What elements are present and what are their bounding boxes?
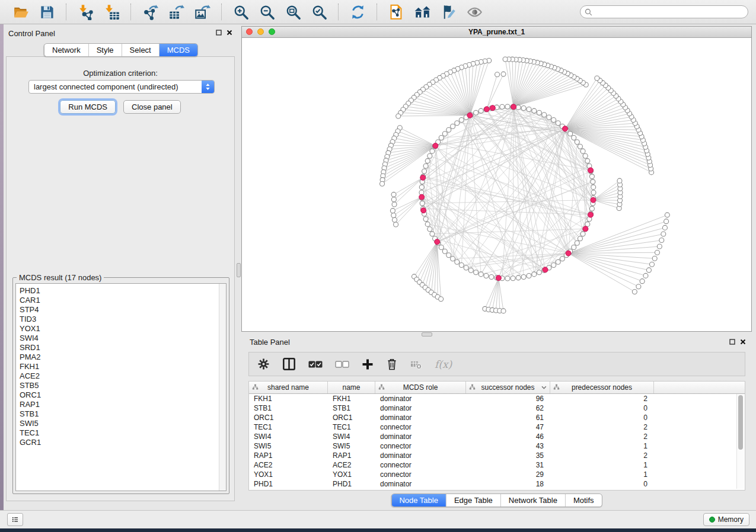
table-row[interactable]: SWI4SWI4dominator462 bbox=[249, 432, 745, 441]
ring-node[interactable] bbox=[428, 227, 432, 232]
leaf-node[interactable] bbox=[646, 268, 651, 273]
leaf-node[interactable] bbox=[391, 197, 396, 202]
result-node-item[interactable]: PMA2 bbox=[20, 352, 226, 362]
ring-node[interactable] bbox=[583, 153, 588, 158]
network-graph[interactable] bbox=[242, 37, 751, 331]
result-node-item[interactable]: TID3 bbox=[20, 315, 226, 324]
hub-node[interactable] bbox=[591, 197, 596, 203]
result-node-item[interactable]: CAR1 bbox=[20, 296, 226, 305]
result-node-item[interactable]: TEC1 bbox=[20, 428, 226, 438]
hub-node[interactable] bbox=[490, 105, 495, 111]
ring-node[interactable] bbox=[451, 124, 455, 129]
result-node-item[interactable]: SWI4 bbox=[20, 334, 226, 343]
ring-node[interactable] bbox=[479, 108, 483, 113]
result-node-item[interactable]: SWI5 bbox=[20, 419, 226, 428]
show-columns-button[interactable] bbox=[282, 357, 296, 371]
ring-node[interactable] bbox=[560, 257, 564, 261]
zoom-fit-button[interactable] bbox=[283, 2, 302, 21]
table-row[interactable]: YOX1YOX1connector291 bbox=[249, 470, 745, 479]
vertical-splitter-handle[interactable] bbox=[237, 263, 241, 277]
leaf-node[interactable] bbox=[495, 72, 500, 77]
ring-node[interactable] bbox=[575, 140, 579, 145]
tab-style[interactable]: Style bbox=[88, 44, 122, 56]
ring-node[interactable] bbox=[532, 108, 537, 113]
ring-node[interactable] bbox=[474, 270, 479, 275]
table-row[interactable]: PHD1PHD1dominator180 bbox=[249, 479, 745, 489]
ring-node[interactable] bbox=[516, 275, 521, 280]
ring-node[interactable] bbox=[547, 115, 551, 120]
annotations-button[interactable] bbox=[439, 2, 458, 21]
zoom-out-button[interactable] bbox=[257, 2, 276, 21]
leaf-node[interactable] bbox=[661, 232, 666, 236]
refresh-button[interactable] bbox=[348, 2, 367, 21]
result-node-item[interactable]: STB5 bbox=[20, 381, 226, 390]
ring-node[interactable] bbox=[422, 169, 427, 174]
column-header-shared-name[interactable]: shared name bbox=[249, 382, 328, 393]
hub-node[interactable] bbox=[588, 212, 594, 217]
leaf-node[interactable] bbox=[393, 217, 397, 222]
ring-node[interactable] bbox=[430, 149, 435, 153]
ring-node[interactable] bbox=[505, 276, 510, 281]
result-node-item[interactable]: SRD1 bbox=[20, 343, 226, 352]
hub-node[interactable] bbox=[433, 143, 438, 149]
table-row[interactable]: STB1STB1dominator620 bbox=[249, 403, 745, 413]
leaf-node[interactable] bbox=[392, 202, 397, 207]
memory-button[interactable]: Memory bbox=[703, 513, 749, 526]
tab-network[interactable]: Network bbox=[44, 44, 88, 56]
deselect-all-button[interactable] bbox=[335, 361, 349, 368]
ring-node[interactable] bbox=[527, 273, 531, 278]
ring-node[interactable] bbox=[484, 273, 489, 278]
ring-node[interactable] bbox=[516, 105, 521, 110]
ring-node[interactable] bbox=[455, 121, 460, 126]
add-column-button[interactable] bbox=[362, 358, 374, 370]
run-mcds-button[interactable]: Run MCDS bbox=[60, 100, 116, 114]
leaf-node[interactable] bbox=[501, 72, 506, 76]
ring-node[interactable] bbox=[430, 232, 435, 236]
leaf-node[interactable] bbox=[439, 297, 444, 302]
column-header-predecessor-nodes[interactable]: predecessor nodes bbox=[550, 382, 654, 393]
ring-node[interactable] bbox=[439, 245, 444, 249]
ring-node[interactable] bbox=[446, 253, 451, 258]
tab-network-table[interactable]: Network Table bbox=[500, 494, 565, 507]
result-node-item[interactable]: FKH1 bbox=[20, 362, 226, 371]
ring-node[interactable] bbox=[521, 106, 526, 111]
ring-node[interactable] bbox=[446, 127, 451, 132]
ring-node[interactable] bbox=[489, 274, 494, 279]
export-image-button[interactable] bbox=[193, 2, 212, 21]
leaf-node[interactable] bbox=[503, 57, 508, 62]
ring-node[interactable] bbox=[537, 270, 541, 275]
leaf-node[interactable] bbox=[636, 284, 641, 289]
hub-node[interactable] bbox=[563, 126, 568, 132]
ring-node[interactable] bbox=[455, 259, 460, 264]
leaf-node[interactable] bbox=[394, 222, 398, 227]
ring-node[interactable] bbox=[420, 201, 425, 206]
hub-node[interactable] bbox=[583, 226, 588, 232]
leaf-node[interactable] bbox=[652, 256, 657, 261]
table-row[interactable]: FKH1FKH1dominator962 bbox=[249, 394, 745, 403]
window-close-icon[interactable] bbox=[246, 28, 253, 35]
close-panel-button[interactable]: Close panel bbox=[123, 100, 181, 114]
ring-node[interactable] bbox=[439, 136, 444, 140]
column-header-successor-nodes[interactable]: successor nodes bbox=[466, 382, 550, 393]
ring-node[interactable] bbox=[419, 185, 424, 190]
zoom-in-button[interactable] bbox=[231, 2, 250, 21]
hub-node[interactable] bbox=[566, 251, 571, 256]
ring-node[interactable] bbox=[423, 217, 428, 222]
leaf-node[interactable] bbox=[640, 279, 645, 284]
leaf-node[interactable] bbox=[659, 238, 664, 243]
window-minimize-icon[interactable] bbox=[257, 28, 264, 35]
hub-node[interactable] bbox=[419, 194, 425, 200]
import-network-button[interactable] bbox=[76, 2, 95, 21]
save-session-button[interactable] bbox=[37, 2, 56, 21]
ring-node[interactable] bbox=[578, 236, 582, 241]
ring-node[interactable] bbox=[589, 174, 594, 179]
ring-node[interactable] bbox=[551, 262, 556, 267]
table-row[interactable]: RAP1RAP1dominator352 bbox=[249, 451, 745, 460]
ring-node[interactable] bbox=[500, 104, 505, 109]
ring-node[interactable] bbox=[425, 222, 430, 226]
leaf-node[interactable] bbox=[595, 76, 599, 81]
hub-node[interactable] bbox=[467, 113, 473, 118]
ring-node[interactable] bbox=[585, 159, 590, 164]
search-input[interactable] bbox=[592, 7, 744, 17]
float-panel-icon[interactable] bbox=[216, 30, 222, 36]
